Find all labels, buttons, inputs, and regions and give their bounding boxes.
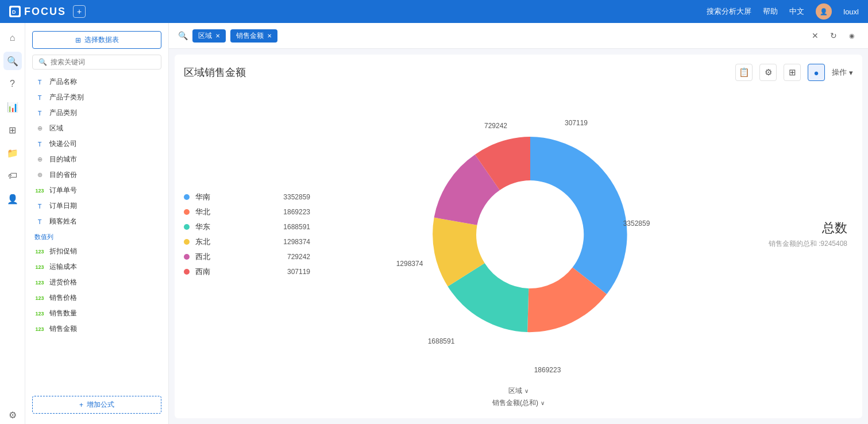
settings-nav-icon[interactable]: ⚙	[3, 406, 22, 424]
search-icon: 🔍	[38, 58, 47, 66]
left-panel: ⊞ 选择数据表 🔍 T 产品名称 T 产品子类别 T 产品类别 ⊕ 区域	[25, 23, 169, 424]
right-content: 🔍 区域 ✕ 销售金额 ✕ ✕ ↻ ◉ 区域销售金额 📋 ⚙	[169, 23, 868, 424]
field-label: 运输成本	[49, 262, 77, 272]
home-nav-icon[interactable]: ⌂	[3, 29, 22, 47]
legend-value-northwest: 729242	[287, 253, 310, 261]
tag-nav-icon[interactable]: 🏷	[3, 167, 22, 185]
legend-label-southwest: 西南	[195, 267, 281, 277]
axis-region-label[interactable]: 区域 ∨	[508, 386, 528, 396]
num-type-icon: 123	[34, 264, 45, 270]
actions-dropdown[interactable]: 操作 ▾	[832, 67, 853, 78]
field-product-category[interactable]: T 产品类别	[30, 105, 164, 121]
legend-southwest: 西南 307119	[184, 267, 310, 277]
actions-chevron-icon: ▾	[849, 68, 853, 77]
pie-chart-icon[interactable]: ●	[808, 64, 825, 81]
data-label-1688591: 1688591	[427, 337, 454, 345]
region-tag-close[interactable]: ✕	[215, 33, 220, 39]
data-label-1298374: 1298374	[396, 260, 423, 268]
refresh-search-icon[interactable]: ↻	[827, 29, 840, 43]
text-type-icon: T	[34, 203, 45, 210]
logo-icon: D	[9, 6, 21, 17]
field-discount[interactable]: 123 折扣促销	[30, 244, 164, 259]
legend-label-northeast: 东北	[195, 237, 277, 247]
field-order-number[interactable]: 123 订单单号	[30, 183, 164, 198]
field-product-subcategory[interactable]: T 产品子类别	[30, 90, 164, 105]
person-nav-icon[interactable]: 👤	[3, 190, 22, 208]
chart-body: 华南 3352859 华北 1869223 华东 1688591	[184, 88, 853, 380]
search-bar-icon: 🔍	[178, 31, 188, 40]
legend-value-south: 3352859	[283, 193, 310, 201]
datasource-icon: ⊞	[75, 36, 81, 44]
legend-east: 华东 1688591	[184, 222, 310, 232]
legend-dot-southwest	[184, 269, 190, 275]
settings-tool-icon[interactable]: ⚙	[759, 64, 777, 81]
help-link[interactable]: 帮助	[763, 6, 778, 17]
field-label: 销售价格	[49, 293, 77, 303]
legend-northeast: 东北 1298374	[184, 237, 310, 247]
username-initials: 👤	[820, 8, 828, 16]
language-selector[interactable]: 中文	[789, 6, 804, 17]
keyword-search-wrap: 🔍	[32, 55, 161, 70]
data-view-icon[interactable]: 📋	[735, 64, 753, 81]
field-region[interactable]: ⊕ 区域	[30, 121, 164, 136]
field-label: 快递公司	[49, 139, 77, 149]
metric-section-label: 数值列	[30, 229, 164, 244]
chart-tools: 📋 ⚙ ⊞ ● 操作 ▾	[735, 64, 853, 81]
field-label: 产品子类别	[49, 92, 84, 102]
axis-sales-label[interactable]: 销售金额(总和) ∨	[492, 398, 545, 408]
clear-search-icon[interactable]: ✕	[808, 29, 822, 43]
field-import-price[interactable]: 123 进货价格	[30, 275, 164, 290]
legend-value-east: 1688591	[283, 223, 310, 231]
table-nav-icon[interactable]: ⊞	[3, 121, 22, 139]
chart-area: 区域销售金额 📋 ⚙ ⊞ ● 操作 ▾	[175, 55, 862, 418]
select-datasource-button[interactable]: ⊞ 选择数据表	[32, 31, 161, 49]
table-view-icon[interactable]: ⊞	[784, 64, 801, 81]
sales-amount-tag[interactable]: 销售金额 ✕	[230, 29, 277, 43]
top-navigation: D FOCUS + 搜索分析大屏 帮助 中文 👤 louxl	[0, 0, 868, 23]
question-nav-icon[interactable]: ?	[3, 75, 22, 93]
nav-right: 搜索分析大屏 帮助 中文 👤 louxl	[707, 3, 859, 20]
chart-nav-icon[interactable]: 📊	[3, 98, 22, 116]
add-tab-button[interactable]: +	[73, 5, 86, 18]
field-shipping-cost[interactable]: 123 运输成本	[30, 259, 164, 275]
region-tag[interactable]: 区域 ✕	[192, 29, 226, 43]
sales-amount-tag-close[interactable]: ✕	[267, 33, 272, 39]
toggle-search-icon[interactable]: ◉	[845, 29, 859, 43]
field-sales-price[interactable]: 123 销售价格	[30, 290, 164, 306]
total-label: 总数	[822, 219, 847, 237]
legend-label-east: 华东	[195, 222, 277, 232]
field-list: T 产品名称 T 产品子类别 T 产品类别 ⊕ 区域 T 快递公司 ⊕ 目的城市	[25, 74, 168, 391]
svg-text:D: D	[12, 9, 16, 15]
legend-value-northeast: 1298374	[283, 238, 310, 246]
user-avatar[interactable]: 👤	[816, 3, 832, 20]
donut-chart-svg: 307119 729242 1298374 1688591 1869223 33…	[381, 97, 680, 372]
num-type-icon: 123	[34, 280, 45, 286]
legend-south: 华南 3352859	[184, 192, 310, 202]
field-label: 销售数量	[49, 309, 77, 318]
keyword-search-input[interactable]	[51, 58, 155, 66]
field-dest-province[interactable]: ⊕ 目的省份	[30, 167, 164, 183]
field-label: 区域	[49, 124, 63, 133]
nav-left: D FOCUS +	[9, 5, 86, 18]
add-formula-button[interactable]: + 增加公式	[32, 396, 161, 414]
data-label-1869223: 1869223	[534, 366, 561, 372]
field-order-date[interactable]: T 订单日期	[30, 198, 164, 214]
field-sales-amount[interactable]: 123 销售金额	[30, 321, 164, 337]
field-customer-name[interactable]: T 顾客姓名	[30, 214, 164, 229]
search-nav-icon[interactable]: 🔍	[3, 52, 22, 70]
legend-dot-east	[184, 224, 190, 230]
num-type-icon: 123	[34, 295, 45, 301]
field-courier[interactable]: T 快递公司	[30, 136, 164, 152]
donut-chart-wrap: 307119 729242 1298374 1688591 1869223 33…	[322, 97, 738, 372]
data-label-3352859: 3352859	[623, 219, 650, 228]
main-layout: ⌂ 🔍 ? 📊 ⊞ 📁 🏷 👤 ⚙ ⊞ 选择数据表 🔍 T 产品名称 T 产品子…	[0, 23, 868, 424]
folder-nav-icon[interactable]: 📁	[3, 144, 22, 162]
region-tag-label: 区域	[198, 31, 212, 41]
search-analysis-link[interactable]: 搜索分析大屏	[707, 6, 751, 17]
sales-amount-tag-label: 销售金额	[236, 31, 264, 41]
username-label[interactable]: louxl	[843, 7, 859, 16]
field-dest-city[interactable]: ⊕ 目的城市	[30, 152, 164, 167]
field-sales-quantity[interactable]: 123 销售数量	[30, 306, 164, 321]
legend-dot-south	[184, 194, 190, 200]
field-product-name[interactable]: T 产品名称	[30, 74, 164, 90]
